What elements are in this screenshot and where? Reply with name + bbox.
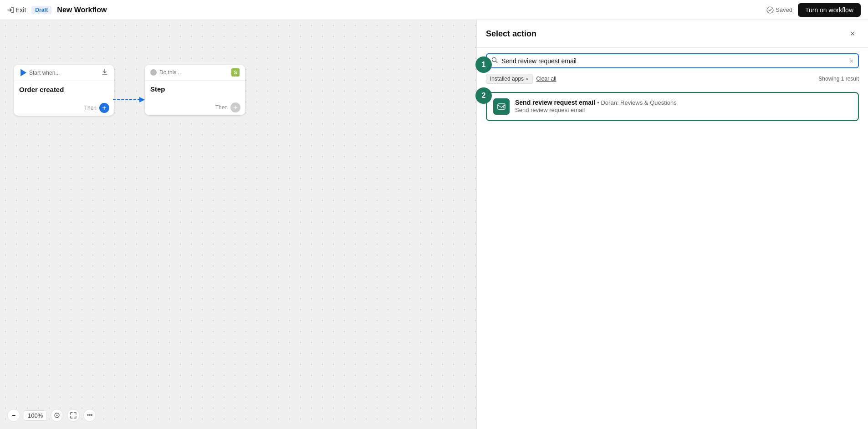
svg-rect-4 — [498, 104, 505, 109]
remove-filter-icon[interactable]: × — [526, 76, 528, 82]
download-icon[interactable] — [101, 68, 108, 77]
showing-count: Showing 1 result — [818, 76, 859, 82]
exit-icon — [7, 7, 14, 13]
more-options-button[interactable]: ••• — [83, 409, 96, 422]
svg-point-0 — [767, 7, 773, 13]
topbar-right: Saved Turn on workflow — [766, 3, 861, 17]
panel-title: Select action — [486, 29, 536, 39]
installed-apps-filter[interactable]: Installed apps × — [486, 74, 533, 84]
saved-icon — [766, 6, 774, 14]
zoom-out-button[interactable]: − — [7, 409, 20, 422]
start-node-body: Order created — [14, 81, 114, 100]
result-item[interactable]: Send review request email • Doran: Revie… — [486, 92, 859, 121]
exit-label: Exit — [15, 6, 26, 14]
step-node-body: Step — [145, 81, 245, 100]
search-icon — [491, 57, 498, 65]
exit-button[interactable]: Exit — [7, 6, 26, 14]
main-layout: Start when... Order created Then + — [0, 20, 868, 429]
shopify-icon: S — [231, 68, 240, 77]
search-input[interactable] — [501, 57, 846, 65]
zoom-level: 100% — [24, 410, 47, 421]
start-node-header: Start when... — [14, 65, 114, 81]
start-node-footer: Then + — [14, 100, 114, 116]
draft-badge: Draft — [31, 6, 51, 14]
start-node[interactable]: Start when... Order created Then + — [14, 65, 114, 116]
search-box: × — [486, 53, 859, 68]
step-circle-1: 1 — [475, 56, 492, 73]
result-title: Send review request email • Doran: Revie… — [515, 98, 852, 107]
connector-arrow — [113, 91, 149, 113]
step-node[interactable]: Do this... S Step Then + — [145, 65, 245, 115]
search-row: × — [477, 48, 868, 74]
expand-button[interactable] — [67, 409, 80, 422]
filter-tag-label: Installed apps — [490, 76, 524, 82]
clear-all-button[interactable]: Clear all — [536, 76, 557, 82]
svg-point-2 — [56, 415, 58, 416]
workflow-title: New Workflow — [57, 6, 107, 14]
turn-on-button[interactable]: Turn on workflow — [798, 3, 861, 17]
step-then-label: Then — [215, 104, 228, 111]
start-label: Start when... — [29, 70, 60, 76]
do-this-label: Do this... — [159, 69, 181, 76]
play-icon — [19, 69, 26, 77]
step-title: Step — [150, 85, 165, 93]
fit-to-screen-button[interactable] — [51, 409, 63, 422]
add-step-button[interactable]: + — [99, 103, 109, 113]
panel-header: Select action × — [477, 20, 868, 48]
step-node-header: Do this... S — [145, 65, 245, 81]
clear-search-button[interactable]: × — [850, 57, 853, 65]
saved-status: Saved — [766, 6, 792, 14]
result-description: Send review request email — [515, 107, 852, 113]
step-node-footer: Then + — [145, 100, 245, 115]
topbar: Exit Draft New Workflow Saved Turn on wo… — [0, 0, 868, 20]
filter-row: Installed apps × Clear all Showing 1 res… — [477, 74, 868, 88]
add-after-step-button[interactable]: + — [230, 102, 240, 112]
step-circle-2: 2 — [475, 87, 492, 104]
step-circle-icon — [150, 69, 157, 76]
result-app-icon — [493, 98, 510, 115]
then-label: Then — [84, 105, 97, 111]
results-list: Send review request email • Doran: Revie… — [477, 88, 868, 125]
workflow-canvas[interactable]: Start when... Order created Then + — [0, 20, 476, 429]
order-created-title: Order created — [19, 86, 64, 93]
select-action-panel: Select action × × Installed apps × Clea — [476, 20, 868, 429]
bottom-toolbar: − 100% ••• — [7, 409, 96, 422]
result-text: Send review request email • Doran: Revie… — [515, 98, 852, 113]
close-panel-button[interactable]: × — [846, 27, 859, 40]
